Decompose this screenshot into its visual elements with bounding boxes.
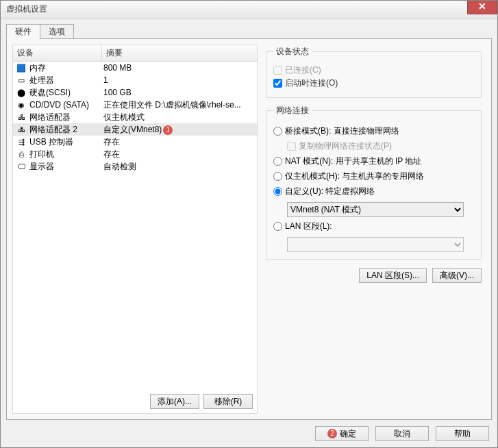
device-summary: 仅主机模式 [103,112,256,123]
device-name: 硬盘(SCSI) [29,87,103,99]
device-icon: ▭ [16,75,27,86]
connected-checkbox [273,66,282,75]
device-summary: 100 GB [103,88,256,97]
radio-custom-label: 自定义(U): 特定虚拟网络 [285,186,375,197]
device-name: 处理器 [29,75,103,86]
connected-label: 已连接(C) [285,64,321,76]
lan-segment-select [287,237,464,252]
device-summary: 1 [103,75,256,85]
device-row[interactable]: ⬤硬盘(SCSI)100 GB [13,86,257,99]
remove-device-button[interactable]: 移除(R) [203,394,253,409]
radio-nat-row[interactable]: NAT 模式(N): 用于共享主机的 IP 地址 [273,155,474,167]
device-row[interactable]: ⇶USB 控制器存在 [13,136,257,148]
titlebar: 虚拟机设置 [1,1,497,18]
replicate-checkbox-row: 复制物理网络连接状态(P) [287,140,474,152]
radio-hostonly-label: 仅主机模式(H): 与主机共享的专用网络 [285,171,424,182]
radio-hostonly[interactable] [273,172,282,181]
replicate-label: 复制物理网络连接状态(P) [299,140,392,152]
replicate-checkbox [287,142,296,151]
device-icon: 🖵 [16,161,27,172]
radio-hostonly-row[interactable]: 仅主机模式(H): 与主机共享的专用网络 [273,171,474,182]
annotation-badge-2: 2 [327,429,337,438]
radio-bridged-label: 桥接模式(B): 直接连接物理网络 [285,125,399,137]
device-name: 打印机 [29,149,103,160]
device-name: USB 控制器 [29,136,103,148]
connect-poweron-label: 启动时连接(O) [285,77,338,89]
device-row[interactable]: 🖵显示器自动检测 [13,160,257,173]
device-status-legend: 设备状态 [273,46,312,58]
vm-settings-window: 虚拟机设置 硬件 选项 设备 摘要 🟦内存800 MB▭处理器1⬤硬盘(SCSI… [0,0,498,448]
advanced-button[interactable]: 高级(V)... [432,268,482,283]
device-row[interactable]: 🖧网络适配器仅主机模式 [13,111,257,123]
help-button[interactable]: 帮助 [436,426,489,441]
dialog-footer: 2确定 取消 帮助 [1,420,497,447]
device-name: CD/DVD (SATA) [29,100,103,110]
device-status-group: 设备状态 已连接(C) 启动时连接(O) [266,46,482,98]
annotation-badge-1: 1 [163,125,173,135]
device-name: 网络适配器 [29,112,103,123]
device-summary: 正在使用文件 D:\虚拟机镜像\rhel-se... [103,99,256,111]
col-summary[interactable]: 摘要 [102,45,257,61]
device-list-header: 设备 摘要 [13,45,257,62]
tab-strip: 硬件 选项 [6,24,492,39]
device-icon: ⎙ [16,149,27,160]
radio-nat-label: NAT 模式(N): 用于共享主机的 IP 地址 [285,155,421,167]
radio-custom-row[interactable]: 自定义(U): 特定虚拟网络 [273,186,474,197]
device-settings-panel: 设备状态 已连接(C) 启动时连接(O) 网络连接 桥接模式(B): 直接连接物 [258,45,486,414]
device-name: 内存 [29,62,103,74]
device-icon: 🟦 [16,62,27,73]
device-name: 网络适配器 2 [29,124,103,136]
device-row[interactable]: ◉CD/DVD (SATA)正在使用文件 D:\虚拟机镜像\rhel-se... [13,99,257,111]
tab-options[interactable]: 选项 [40,24,74,39]
add-device-button[interactable]: 添加(A)... [150,394,199,409]
device-row[interactable]: ▭处理器1 [13,74,257,86]
radio-custom[interactable] [273,187,282,196]
device-summary: 存在 [103,149,256,160]
radio-lan-row[interactable]: LAN 区段(L): [273,221,474,232]
connect-poweron-checkbox-row[interactable]: 启动时连接(O) [273,77,474,89]
device-summary: 存在 [103,136,256,148]
device-summary: 自定义(VMnet8)1 [103,124,256,136]
device-icon: 🖧 [16,112,27,123]
ok-button[interactable]: 2确定 [315,426,369,441]
device-icon: ⬤ [16,87,27,98]
device-icon: ⇶ [16,136,27,147]
device-list[interactable]: 🟦内存800 MB▭处理器1⬤硬盘(SCSI)100 GB◉CD/DVD (SA… [13,62,257,390]
window-title: 虚拟机设置 [3,3,47,15]
device-row[interactable]: 🖧网络适配器 2自定义(VMnet8)1 [13,123,257,136]
device-icon: 🖧 [16,124,27,135]
device-row[interactable]: 🟦内存800 MB [13,62,257,74]
device-summary: 自动检测 [103,161,256,173]
close-button[interactable] [467,1,497,14]
radio-nat[interactable] [273,157,282,166]
device-name: 显示器 [29,161,103,173]
device-list-panel: 设备 摘要 🟦内存800 MB▭处理器1⬤硬盘(SCSI)100 GB◉CD/D… [12,45,258,414]
device-row[interactable]: ⎙打印机存在 [13,148,257,160]
network-connection-legend: 网络连接 [273,105,312,116]
tab-hardware[interactable]: 硬件 [6,24,40,39]
network-connection-group: 网络连接 桥接模式(B): 直接连接物理网络 复制物理网络连接状态(P) NAT… [266,105,482,260]
radio-lan[interactable] [273,222,282,231]
lan-segments-button[interactable]: LAN 区段(S)... [359,268,427,283]
tab-panel-hardware: 设备 摘要 🟦内存800 MB▭处理器1⬤硬盘(SCSI)100 GB◉CD/D… [6,38,492,420]
radio-lan-label: LAN 区段(L): [285,221,332,232]
connect-poweron-checkbox[interactable] [273,79,282,88]
ok-label: 确定 [340,429,356,438]
cancel-button[interactable]: 取消 [375,426,429,441]
col-device[interactable]: 设备 [13,45,102,61]
custom-network-select[interactable]: VMnet8 (NAT 模式) [287,202,464,217]
device-icon: ◉ [16,99,27,110]
connected-checkbox-row: 已连接(C) [273,64,474,76]
radio-bridged[interactable] [273,127,282,136]
device-summary: 800 MB [103,63,256,73]
radio-bridged-row[interactable]: 桥接模式(B): 直接连接物理网络 [273,125,474,137]
